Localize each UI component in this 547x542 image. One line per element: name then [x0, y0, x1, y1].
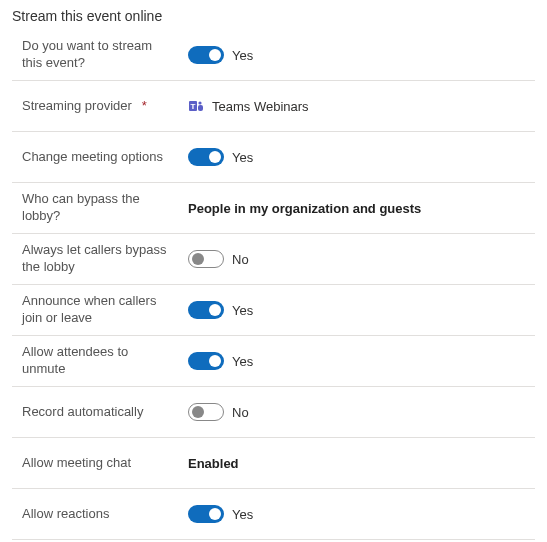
toggle-stream-event-state: Yes — [232, 48, 253, 63]
label-change-meeting-options: Change meeting options — [12, 149, 180, 166]
toggle-announce[interactable] — [188, 301, 224, 319]
label-record-auto: Record automatically — [12, 404, 180, 421]
row-record-auto: Record automatically No — [12, 387, 535, 438]
label-allow-chat: Allow meeting chat — [12, 455, 180, 472]
teams-icon: T — [188, 98, 204, 114]
toggle-record-auto[interactable] — [188, 403, 224, 421]
row-allow-unmute: Allow attendees to unmute Yes — [12, 336, 535, 387]
toggle-allow-reactions[interactable] — [188, 505, 224, 523]
label-stream-event: Do you want to stream this event? — [12, 38, 180, 72]
svg-text:T: T — [191, 102, 196, 111]
toggle-stream-event[interactable] — [188, 46, 224, 64]
row-change-meeting-options: Change meeting options Yes — [12, 132, 535, 183]
label-bypass-lobby: Who can bypass the lobby? — [12, 191, 180, 225]
toggle-change-meeting-options[interactable] — [188, 148, 224, 166]
label-allow-unmute: Allow attendees to unmute — [12, 344, 180, 378]
toggle-record-auto-state: No — [232, 405, 249, 420]
toggle-change-meeting-options-state: Yes — [232, 150, 253, 165]
allow-chat-value: Enabled — [188, 456, 239, 471]
row-always-bypass: Always let callers bypass the lobby No — [12, 234, 535, 285]
toggle-allow-reactions-state: Yes — [232, 507, 253, 522]
toggle-allow-unmute-state: Yes — [232, 354, 253, 369]
toggle-always-bypass[interactable] — [188, 250, 224, 268]
row-bypass-lobby: Who can bypass the lobby? People in my o… — [12, 183, 535, 234]
svg-point-2 — [198, 101, 201, 104]
bypass-lobby-value: People in my organization and guests — [188, 201, 421, 216]
row-stream-event: Do you want to stream this event? Yes — [12, 30, 535, 81]
label-always-bypass: Always let callers bypass the lobby — [12, 242, 180, 276]
toggle-always-bypass-state: No — [232, 252, 249, 267]
label-allow-reactions: Allow reactions — [12, 506, 180, 523]
svg-rect-3 — [198, 105, 203, 111]
row-announce: Announce when callers join or leave Yes — [12, 285, 535, 336]
row-allow-reactions: Allow reactions Yes — [12, 489, 535, 540]
toggle-announce-state: Yes — [232, 303, 253, 318]
row-allow-chat: Allow meeting chat Enabled — [12, 438, 535, 489]
row-streaming-provider: Streaming provider* T Teams Webinars — [12, 81, 535, 132]
label-streaming-provider: Streaming provider* — [12, 98, 180, 115]
streaming-provider-value: Teams Webinars — [212, 99, 309, 114]
required-indicator: * — [142, 98, 147, 115]
toggle-allow-unmute[interactable] — [188, 352, 224, 370]
label-announce: Announce when callers join or leave — [12, 293, 180, 327]
section-title: Stream this event online — [12, 8, 535, 24]
